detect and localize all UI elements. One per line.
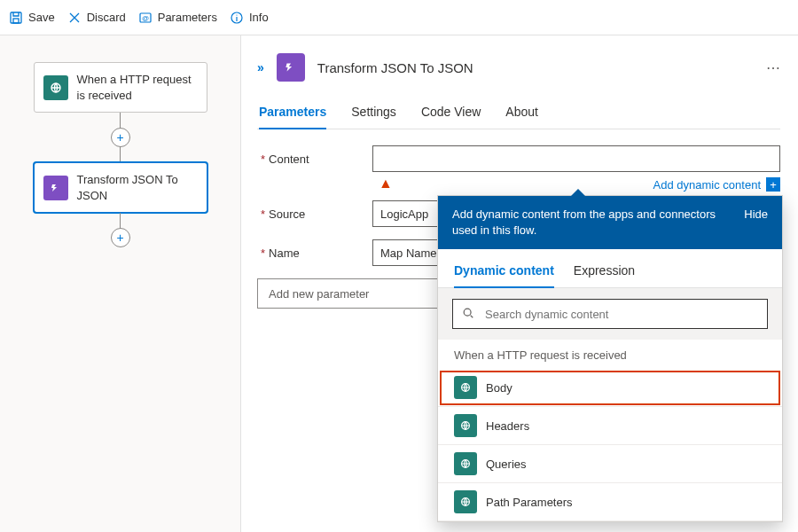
http-content-icon (454, 414, 477, 437)
action-header-icon (277, 53, 305, 82)
add-dynamic-content-link[interactable]: Add dynamic content + (257, 177, 780, 192)
http-trigger-icon (43, 75, 68, 100)
trigger-node[interactable]: When a HTTP request is received (34, 62, 207, 113)
info-button[interactable]: Info (230, 11, 269, 25)
info-icon (230, 11, 244, 25)
trigger-node-label: When a HTTP request is received (77, 72, 198, 103)
popup-tab-expression[interactable]: Expression (574, 258, 635, 287)
add-new-parameter-label: Add new parameter (269, 287, 369, 301)
search-icon (462, 307, 474, 322)
add-dynamic-content-label: Add dynamic content (653, 178, 761, 192)
plus-icon: + (766, 177, 780, 192)
popup-header: Add dynamic content from the apps and co… (438, 196, 782, 249)
add-step-button[interactable]: + (111, 128, 130, 147)
content-group-label: When a HTTP request is received (438, 340, 782, 369)
svg-point-5 (236, 14, 237, 15)
svg-point-7 (464, 309, 471, 316)
http-content-icon (454, 376, 477, 399)
http-content-icon (454, 490, 477, 513)
connector-line (120, 113, 121, 129)
discard-button[interactable]: Discard (67, 11, 126, 25)
content-input[interactable] (372, 145, 780, 172)
popup-tab-dynamic[interactable]: Dynamic content (454, 258, 554, 288)
dynamic-content-item-headers[interactable]: Headers (438, 407, 782, 445)
popup-notch (571, 189, 585, 196)
search-input[interactable] (483, 307, 758, 322)
tab-about[interactable]: About (505, 98, 538, 129)
info-label: Info (249, 11, 269, 24)
detail-tabs: Parameters Settings Code View About (257, 98, 780, 129)
transform-json-icon (43, 176, 68, 200)
action-node-label: Transform JSON To JSON (77, 172, 198, 203)
save-label: Save (28, 11, 55, 24)
svg-rect-1 (13, 19, 19, 23)
add-step-button[interactable]: + (111, 228, 130, 247)
svg-text:@: @ (142, 14, 149, 22)
dc-label: Path Parameters (486, 496, 573, 509)
dynamic-content-item-body[interactable]: Body (438, 369, 782, 407)
tab-codeview[interactable]: Code View (421, 98, 481, 129)
workflow-canvas: When a HTTP request is received + Transf… (0, 35, 241, 532)
parameters-icon: @ (138, 11, 153, 25)
source-label: *Source (257, 207, 364, 221)
parameters-label: Parameters (158, 11, 217, 24)
dc-label: Body (486, 381, 512, 395)
svg-rect-0 (11, 12, 21, 23)
dynamic-content-popup: Add dynamic content from the apps and co… (437, 195, 783, 522)
popup-header-text: Add dynamic content from the apps and co… (452, 207, 730, 239)
save-icon (9, 11, 23, 25)
command-bar: Save Discard @ Parameters Info (0, 0, 798, 35)
more-icon[interactable]: ⋯ (766, 59, 780, 76)
content-label: *Content (257, 153, 364, 166)
tab-settings[interactable]: Settings (351, 98, 396, 129)
discard-label: Discard (87, 11, 126, 24)
name-label: *Name (257, 246, 364, 260)
dynamic-content-item-path-parameters[interactable]: Path Parameters (438, 483, 782, 521)
parameters-button[interactable]: @ Parameters (138, 11, 217, 25)
search-box[interactable] (452, 299, 768, 329)
dc-label: Queries (486, 458, 527, 471)
connector-line (120, 213, 121, 229)
action-title: Transform JSON To JSON (317, 60, 754, 75)
dc-label: Headers (486, 419, 529, 433)
tab-parameters[interactable]: Parameters (259, 98, 326, 129)
http-content-icon (454, 452, 477, 475)
hide-button[interactable]: Hide (744, 207, 768, 223)
collapse-icon[interactable]: » (257, 60, 264, 74)
dynamic-content-item-queries[interactable]: Queries (438, 445, 782, 483)
action-node[interactable]: Transform JSON To JSON (34, 162, 207, 213)
connector-line (120, 146, 121, 162)
discard-icon (67, 11, 82, 25)
popup-tabs: Dynamic content Expression (438, 249, 782, 288)
save-button[interactable]: Save (9, 11, 55, 25)
